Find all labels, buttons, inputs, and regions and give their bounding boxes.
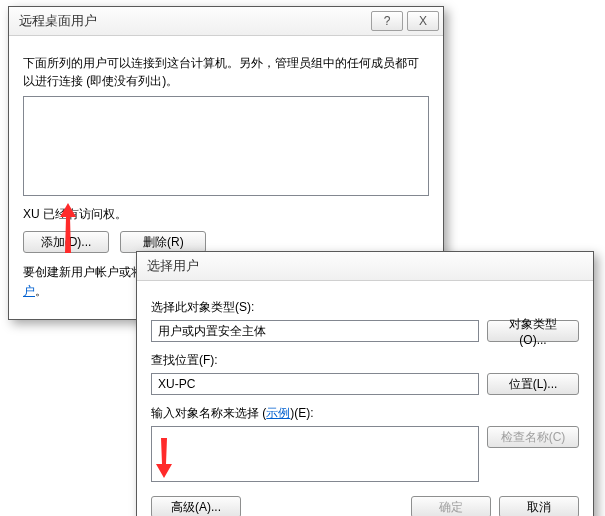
location-field: XU-PC xyxy=(151,373,479,395)
select-users-dialog: 选择用户 选择此对象类型(S): 用户或内置安全主体 对象类型(O)... 查找… xyxy=(136,251,594,516)
help-button[interactable]: ? xyxy=(371,11,403,31)
users-listbox[interactable] xyxy=(23,96,429,196)
location-label: 查找位置(F): xyxy=(151,352,579,369)
add-button[interactable]: 添加(D)... xyxy=(23,231,109,253)
dialog-title: 远程桌面用户 xyxy=(19,12,367,30)
description-text: 下面所列的用户可以连接到这台计算机。另外，管理员组中的任何成员都可以进行连接 (… xyxy=(23,54,429,90)
object-names-input[interactable] xyxy=(151,426,479,482)
object-types-button[interactable]: 对象类型(O)... xyxy=(487,320,579,342)
enter-names-label: 输入对象名称来选择 (示例)(E): xyxy=(151,405,579,422)
object-type-field: 用户或内置安全主体 xyxy=(151,320,479,342)
enter-names-row: 检查名称(C) xyxy=(151,426,579,482)
close-icon: X xyxy=(419,14,427,28)
help-icon: ? xyxy=(384,14,391,28)
enter-names-prefix: 输入对象名称来选择 ( xyxy=(151,406,266,420)
cancel-button[interactable]: 取消 xyxy=(499,496,579,516)
locations-button[interactable]: 位置(L)... xyxy=(487,373,579,395)
button-row: 添加(D)... 删除(R) xyxy=(23,231,429,253)
ok-button[interactable]: 确定 xyxy=(411,496,491,516)
location-row: XU-PC 位置(L)... xyxy=(151,373,579,395)
object-type-label: 选择此对象类型(S): xyxy=(151,299,579,316)
enter-names-suffix: )(E): xyxy=(290,406,313,420)
check-names-button[interactable]: 检查名称(C) xyxy=(487,426,579,448)
create-text-suffix: 。 xyxy=(35,284,47,298)
dialog-body: 选择此对象类型(S): 用户或内置安全主体 对象类型(O)... 查找位置(F)… xyxy=(137,281,593,516)
titlebar: 选择用户 xyxy=(137,252,593,281)
examples-link[interactable]: 示例 xyxy=(266,406,290,420)
object-type-row: 用户或内置安全主体 对象类型(O)... xyxy=(151,320,579,342)
access-status-text: XU 已经有访问权。 xyxy=(23,206,429,223)
bottom-button-row: 高级(A)... 确定 取消 xyxy=(151,496,579,516)
titlebar: 远程桌面用户 ? X xyxy=(9,7,443,36)
dialog-title: 选择用户 xyxy=(147,257,589,275)
close-button[interactable]: X xyxy=(407,11,439,31)
advanced-button[interactable]: 高级(A)... xyxy=(151,496,241,516)
remove-button[interactable]: 删除(R) xyxy=(120,231,206,253)
